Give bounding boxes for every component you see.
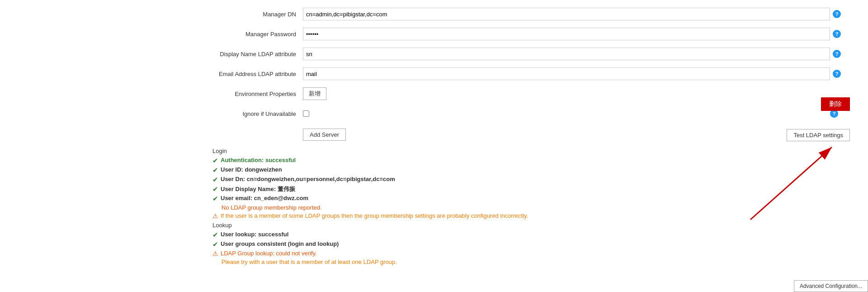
login-section-title: Login [212,148,868,154]
user-id-success-icon: ✔ [212,166,218,174]
group-try-text: Please try with a user that is a member … [222,258,397,265]
display-name-input[interactable] [303,48,830,60]
manager-dn-label: Manager DN [212,11,303,18]
user-dn-text: User Dn: cn=dongweizhen,ou=personnel,dc=… [221,176,395,182]
display-name-input-wrap: ? [303,48,841,60]
group-warning-text: If the user is a member of some LDAP gro… [221,212,528,219]
manager-password-label: Manager Password [212,31,303,38]
lookup-success-icon: ✔ [212,231,218,239]
manager-password-row: Manager Password ? [212,27,841,41]
group-lookup-text: LDAP Group lookup: could not verify. [221,250,317,257]
email-label: Email Address LDAP attribute [212,71,303,77]
group-lookup-line: ⚠ LDAP Group lookup: could not verify. [212,250,868,257]
display-name-success-icon: ✔ [212,185,218,193]
advanced-config-button[interactable]: Advanced Configuration... [794,280,868,292]
lookup-section-title: Lookup [212,222,868,229]
user-dn-line: ✔ User Dn: cn=dongweizhen,ou=personnel,d… [212,176,868,184]
user-id-text: User ID: dongweizhen [221,166,282,173]
env-properties-label: Environment Properties [212,91,303,97]
ignore-row: Ignore if Unavailable ? [212,106,841,121]
manager-password-input[interactable] [303,28,830,40]
email-result-text: User email: cn_eden@dwz.com [221,195,308,201]
login-section: Login ✔ Authentication: successful ✔ Use… [212,148,868,220]
env-add-button[interactable]: 新增 [303,87,326,100]
email-input-wrap: ? [303,67,841,80]
manager-dn-input[interactable] [303,8,830,20]
manager-dn-row: Manager DN ? [212,7,841,21]
group-lookup-warning-icon: ⚠ [212,250,218,257]
manager-dn-help-icon[interactable]: ? [833,10,841,18]
add-server-section: Add Server [212,126,868,141]
auth-result-line: ✔ Authentication: successful [212,157,868,165]
display-name-help-icon[interactable]: ? [833,50,841,58]
auth-success-icon: ✔ [212,157,218,165]
save-button[interactable]: 删除 [821,97,850,111]
auth-result-text: Authentication: successful [221,157,296,163]
email-success-icon: ✔ [212,195,218,203]
consistent-text: User groups consistent (login and lookup… [221,240,339,247]
test-ldap-button[interactable]: Test LDAP settings [787,129,850,141]
consistent-line: ✔ User groups consistent (login and look… [212,240,868,249]
display-name-result-text: User Display Name: 董伟振 [221,185,295,193]
user-id-line: ✔ User ID: dongweizhen [212,166,868,174]
email-input[interactable] [303,67,830,80]
group-warning-icon: ⚠ [212,212,218,220]
manager-password-input-wrap: ? [303,28,841,40]
lookup-result-line: ✔ User lookup: successful [212,231,868,239]
ignore-checkbox[interactable] [303,110,309,117]
form-section: Manager DN ? Manager Password ? Display … [212,5,841,121]
lookup-section: Lookup ✔ User lookup: successful ✔ User … [212,222,868,265]
ignore-checkbox-wrap: ? [303,110,841,117]
display-name-result-line: ✔ User Display Name: 董伟振 [212,185,868,193]
env-properties-input-wrap: 新增 [303,87,841,100]
consistent-success-icon: ✔ [212,240,218,249]
group-try-line: Please try with a user that is a member … [212,258,868,265]
manager-password-help-icon[interactable]: ? [833,30,841,38]
page-container: Manager DN ? Manager Password ? Display … [0,0,868,292]
no-group-line: No LDAP group membership reported. [212,204,868,211]
email-result-line: ✔ User email: cn_eden@dwz.com [212,195,868,203]
display-name-label: Display Name LDAP attribute [212,51,303,57]
group-warning-line: ⚠ If the user is a member of some LDAP g… [212,212,868,220]
display-name-row: Display Name LDAP attribute ? [212,47,841,61]
lookup-result-text: User lookup: successful [221,231,288,238]
add-server-button[interactable]: Add Server [303,129,346,141]
no-group-text: No LDAP group membership reported. [222,204,322,211]
email-row: Email Address LDAP attribute ? [212,67,841,81]
env-properties-row: Environment Properties 新增 [212,86,841,101]
email-help-icon[interactable]: ? [833,70,841,78]
user-dn-success-icon: ✔ [212,176,218,184]
manager-dn-input-wrap: ? [303,8,841,20]
ignore-label: Ignore if Unavailable [212,110,303,117]
